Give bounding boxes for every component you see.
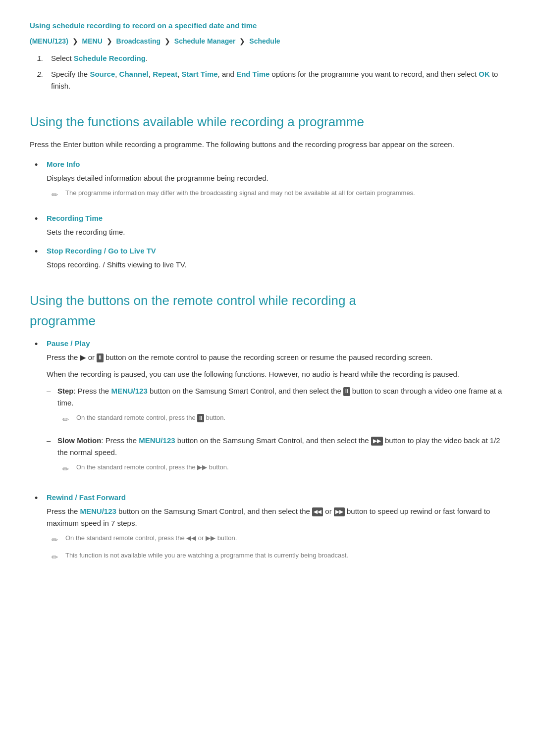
rewind-note-1: On the standard remote control, press th… <box>65 533 237 543</box>
rewind-ff-content: Rewind / Fast Forward Press the MENU/123… <box>47 492 505 567</box>
rewind-note-box-2: ✏ This function is not available while y… <box>52 551 505 564</box>
buttons-title-line2: programme <box>30 313 96 328</box>
schedule-steps: 1. Select Schedule Recording. 2. Specify… <box>30 52 505 92</box>
step-sub-item: – Step: Press the MENU/123 button on the… <box>47 385 505 430</box>
sub-dash-1: – <box>47 385 54 397</box>
step-2-num: 2. <box>37 68 47 92</box>
breadcrumb-schedule-manager: Schedule Manager <box>174 37 236 45</box>
buttons-title-line1: Using the buttons on the remote control … <box>30 293 356 308</box>
step-icon: II <box>343 387 350 396</box>
bullet-dot-3: • <box>35 245 42 258</box>
step-2-text: Specify the Source, Channel, Repeat, Sta… <box>51 68 505 92</box>
breadcrumb: (MENU/123) ❯ MENU ❯ Broadcasting ❯ Sched… <box>30 36 505 47</box>
breadcrumb-menu123: (MENU/123) <box>30 37 68 45</box>
pause-play-label: Pause / Play <box>47 339 90 348</box>
step-1: 1. Select Schedule Recording. <box>35 52 505 64</box>
sub-dash-2: – <box>47 435 54 447</box>
slow-motion-note-box: ✏ On the standard remote control, press … <box>62 462 505 476</box>
page-content: Using schedule recording to record on a … <box>30 20 505 595</box>
stop-recording-item: • Stop Recording / Go to Live TV Stops r… <box>35 245 505 271</box>
pause-icon-1: II <box>97 353 104 362</box>
rewind-note-box-1: ✏ On the standard remote control, press … <box>52 533 505 547</box>
note-icon-5: ✏ <box>52 551 60 564</box>
pause-play-content: Pause / Play Press the ▶ or II button on… <box>47 338 505 485</box>
pause-play-item: • Pause / Play Press the ▶ or II button … <box>35 338 505 485</box>
rewind-ff-label: Rewind / Fast Forward <box>47 493 126 502</box>
note-icon-4: ✏ <box>52 534 60 547</box>
rewind-menu-highlight: MENU/123 <box>80 507 116 515</box>
note-icon-1: ✏ <box>52 189 60 202</box>
more-info-label: More Info <box>47 160 80 168</box>
rewind-icon: ◀◀ <box>312 507 323 516</box>
note-icon-2: ✏ <box>62 413 71 426</box>
recording-time-content: Recording Time Sets the recording time. <box>47 212 505 238</box>
breadcrumb-schedule: Schedule <box>249 37 280 45</box>
pause-sub-list: – Step: Press the MENU/123 button on the… <box>47 385 505 480</box>
step-note: On the standard remote control, press th… <box>76 413 225 423</box>
step-note-icon: II <box>197 414 204 422</box>
slow-motion-icon: ▶▶ <box>371 437 383 446</box>
step-sub-label: Step <box>57 387 74 395</box>
breadcrumb-arrow-3: ❯ <box>164 37 170 45</box>
step-sub-content: Step: Press the MENU/123 button on the S… <box>57 385 505 430</box>
functions-title: Using the functions available while reco… <box>30 107 505 133</box>
schedule-title: Using schedule recording to record on a … <box>30 20 505 32</box>
channel-link: Channel <box>119 70 149 78</box>
bullet-dot-5: • <box>35 492 42 505</box>
slow-motion-note: On the standard remote control, press th… <box>76 462 229 472</box>
step-1-text: Select Schedule Recording. <box>51 52 148 64</box>
breadcrumb-broadcasting: Broadcasting <box>116 37 160 45</box>
end-time-link: End Time <box>236 70 269 78</box>
breadcrumb-arrow-4: ❯ <box>239 37 245 45</box>
step-1-num: 1. <box>37 52 47 64</box>
repeat-link: Repeat <box>153 70 177 78</box>
slow-motion-sub-content: Slow Motion: Press the MENU/123 button o… <box>57 435 505 480</box>
rewind-ff-item: • Rewind / Fast Forward Press the MENU/1… <box>35 492 505 567</box>
pause-play-desc2: When the recording is paused, you can us… <box>47 368 505 380</box>
more-info-note-box: ✏ The programme information may differ w… <box>52 188 505 202</box>
functions-section: Using the functions available while reco… <box>30 107 505 270</box>
schedule-section: Using schedule recording to record on a … <box>30 20 505 92</box>
more-info-desc: Displays detailed information about the … <box>47 172 505 184</box>
ff-icon: ▶▶ <box>334 507 345 516</box>
slow-motion-sub-label: Slow Motion <box>57 436 101 445</box>
recording-time-label: Recording Time <box>47 214 103 222</box>
functions-list: • More Info Displays detailed informatio… <box>30 158 505 271</box>
step-menu-highlight: MENU/123 <box>111 387 147 395</box>
schedule-recording-link: Schedule Recording <box>74 54 146 62</box>
bullet-dot-4: • <box>35 338 42 351</box>
ok-link: OK <box>479 70 490 78</box>
recording-time-desc: Sets the recording time. <box>47 226 505 238</box>
more-info-content: More Info Displays detailed information … <box>47 158 505 205</box>
breadcrumb-menu: MENU <box>82 37 103 45</box>
buttons-section: Using the buttons on the remote control … <box>30 286 505 568</box>
pause-play-desc1: Press the ▶ or II button on the remote c… <box>47 352 505 363</box>
start-time-link: Start Time <box>182 70 218 78</box>
source-link: Source <box>90 70 115 78</box>
note-icon-3: ✏ <box>62 463 71 476</box>
step-note-box: ✏ On the standard remote control, press … <box>62 413 505 426</box>
slow-motion-sub-item: – Slow Motion: Press the MENU/123 button… <box>47 435 505 480</box>
more-info-note: The programme information may differ wit… <box>65 188 415 198</box>
slow-motion-menu-highlight: MENU/123 <box>139 436 175 445</box>
stop-recording-content: Stop Recording / Go to Live TV Stops rec… <box>47 245 505 271</box>
step-2: 2. Specify the Source, Channel, Repeat, … <box>35 68 505 92</box>
bullet-dot-2: • <box>35 212 42 226</box>
breadcrumb-arrow-2: ❯ <box>107 37 112 45</box>
stop-recording-desc: Stops recording. / Shifts viewing to liv… <box>47 259 505 271</box>
functions-desc: Press the Enter button while recording a… <box>30 139 505 151</box>
rewind-note-2: This function is not available while you… <box>65 551 348 560</box>
buttons-list: • Pause / Play Press the ▶ or II button … <box>30 338 505 567</box>
more-info-item: • More Info Displays detailed informatio… <box>35 158 505 205</box>
recording-time-item: • Recording Time Sets the recording time… <box>35 212 505 238</box>
rewind-ff-desc: Press the MENU/123 button on the Samsung… <box>47 505 505 529</box>
buttons-title: Using the buttons on the remote control … <box>30 286 505 332</box>
breadcrumb-arrow-1: ❯ <box>72 37 78 45</box>
bullet-dot-1: • <box>35 158 42 172</box>
stop-recording-label: Stop Recording / Go to Live TV <box>47 247 156 255</box>
